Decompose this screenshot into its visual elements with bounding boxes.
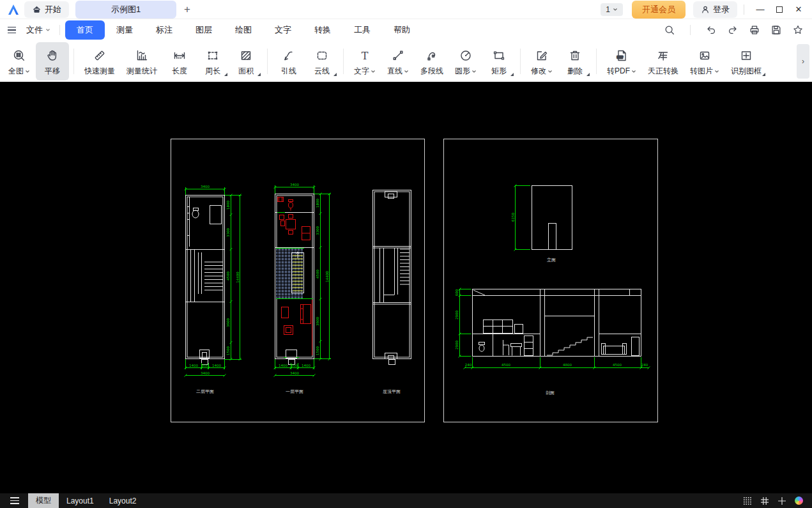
corner-dropdown-icon [257, 73, 261, 76]
home-label: 开始 [45, 4, 61, 15]
maximize-button[interactable] [770, 1, 789, 18]
tool-label: 测量统计 [126, 66, 157, 77]
toolbar-divider [73, 49, 74, 74]
corner-dropdown-icon [333, 73, 337, 76]
tool-polyline[interactable]: 多段线 [415, 42, 449, 81]
menu-tab-convert[interactable]: 转换 [303, 20, 342, 40]
tool-circle[interactable]: 圆形 [449, 42, 482, 81]
text-icon: T [358, 47, 372, 64]
svg-text:2900: 2900 [455, 311, 459, 319]
tool-recognize-frame[interactable]: 识别图框 [725, 42, 767, 81]
menu-tab-help[interactable]: 帮助 [382, 20, 422, 40]
tool-leader[interactable]: 引线 [272, 42, 305, 81]
favorite-star-icon[interactable] [792, 24, 804, 36]
tool-modify[interactable]: 修改 [525, 42, 558, 81]
vip-button[interactable]: 开通会员 [632, 1, 686, 19]
menu-tab-draw[interactable]: 绘图 [224, 20, 263, 40]
tool-pan[interactable]: 平移 [36, 42, 69, 81]
line-icon [391, 47, 405, 64]
tool-label: 修改 [531, 66, 546, 77]
tool-perimeter[interactable]: 周长 [196, 42, 229, 81]
menu-tab-home[interactable]: 首页 [65, 20, 105, 40]
cad-drawing: 3400 1800 3300 4500 3600 1500 14400 1400… [0, 82, 812, 493]
new-tab-button[interactable]: + [176, 3, 198, 16]
line-grid-icon[interactable] [760, 496, 769, 505]
svg-text:4500: 4500 [502, 363, 510, 367]
close-button[interactable]: ✕ [789, 1, 808, 18]
tool-label: 转图片 [690, 66, 713, 77]
cad-viewer-app: 开始 示例图1 + 1 开通会员 登录 — ✕ 文件 首页 [0, 0, 812, 508]
toolbar-divider [267, 49, 268, 74]
layout-menu-hamburger-icon[interactable] [10, 497, 19, 504]
tool-text[interactable]: T 文字 [348, 42, 381, 81]
tool-to-image[interactable]: 转图片 [684, 42, 725, 81]
print-icon[interactable] [748, 24, 761, 36]
undo-icon[interactable] [705, 24, 717, 36]
tool-label: 删除 [567, 66, 583, 77]
crosshair-icon[interactable] [778, 496, 786, 505]
tab-model[interactable]: 模型 [28, 493, 59, 508]
toolbar-divider [520, 49, 521, 74]
toolbar-expand-button[interactable]: › [797, 44, 809, 79]
tool-cloud-line[interactable]: 云线 [305, 42, 339, 81]
tool-to-pdf[interactable]: PDF 转PDF [601, 42, 642, 81]
tool-length[interactable]: 长度 [163, 42, 196, 81]
tool-full-view[interactable]: 全图 [3, 42, 36, 81]
frame-icon [739, 47, 753, 64]
tool-line[interactable]: 直线 [381, 42, 415, 81]
menu-tab-text[interactable]: 文字 [263, 20, 303, 40]
toolbar-divider [596, 49, 597, 74]
elevation-drawing: 6150 立面 [511, 185, 572, 263]
titlebar: 开始 示例图1 + 1 开通会员 登录 — ✕ [0, 0, 812, 19]
tool-measure-stats[interactable]: 测量统计 [121, 42, 163, 81]
home-icon [32, 4, 42, 14]
dot-grid-icon[interactable] [743, 496, 752, 505]
color-wheel-icon[interactable] [795, 496, 803, 505]
search-icon[interactable] [663, 24, 676, 36]
svg-text:600: 600 [455, 289, 459, 296]
minimize-button[interactable]: — [751, 1, 770, 18]
plan-second-floor: 3400 1800 3300 4500 3600 1500 14400 1400… [185, 185, 242, 394]
quick-measure-icon [93, 47, 107, 64]
tool-label: 快速测量 [84, 66, 115, 77]
view-count-value: 1 [606, 5, 610, 14]
tool-rectangle[interactable]: 矩形 [482, 42, 516, 81]
tool-tianzheng-convert[interactable]: 天正转换 [642, 42, 684, 81]
menubar-divider [690, 25, 691, 35]
toolbar-divider [343, 49, 344, 74]
corner-dropdown-icon [224, 73, 227, 76]
view-count-dropdown[interactable]: 1 [601, 3, 623, 16]
tool-area[interactable]: 面积 [229, 42, 263, 81]
svg-text:1400: 1400 [189, 364, 198, 367]
full-view-icon [12, 47, 26, 64]
document-tab[interactable]: 示例图1 [75, 1, 176, 19]
menu-hamburger-icon[interactable] [8, 27, 16, 34]
tab-layout2[interactable]: Layout2 [102, 495, 144, 507]
tool-delete[interactable]: 删除 [558, 42, 592, 81]
redo-icon[interactable] [726, 24, 739, 36]
login-button[interactable]: 登录 [693, 1, 737, 18]
home-button[interactable]: 开始 [24, 1, 69, 18]
svg-text:240: 240 [641, 363, 648, 367]
circle-icon [459, 47, 473, 64]
menu-tab-measure[interactable]: 测量 [105, 20, 144, 40]
corner-dropdown-icon [510, 73, 514, 76]
tool-quick-measure[interactable]: 快速测量 [79, 42, 121, 81]
svg-text:1800: 1800 [226, 201, 230, 210]
maximize-icon [776, 6, 783, 13]
svg-text:4500: 4500 [613, 363, 622, 367]
svg-text:2900: 2900 [455, 341, 459, 350]
menu-tab-tools[interactable]: 工具 [342, 20, 382, 40]
drawing-canvas[interactable]: 3400 1800 3300 4500 3600 1500 14400 1400… [0, 82, 812, 493]
menu-tab-layers[interactable]: 图层 [184, 20, 224, 40]
file-menu[interactable]: 文件 [22, 22, 54, 38]
svg-text:600: 600 [202, 364, 209, 367]
svg-text:3400: 3400 [201, 185, 210, 189]
leader-icon [282, 47, 296, 64]
tab-layout1[interactable]: Layout1 [59, 495, 102, 507]
modify-icon [535, 47, 549, 64]
svg-text:3300: 3300 [316, 226, 319, 235]
save-icon[interactable] [770, 24, 783, 36]
menu-tab-annotate[interactable]: 标注 [144, 20, 184, 40]
svg-text:3600: 3600 [226, 318, 230, 327]
